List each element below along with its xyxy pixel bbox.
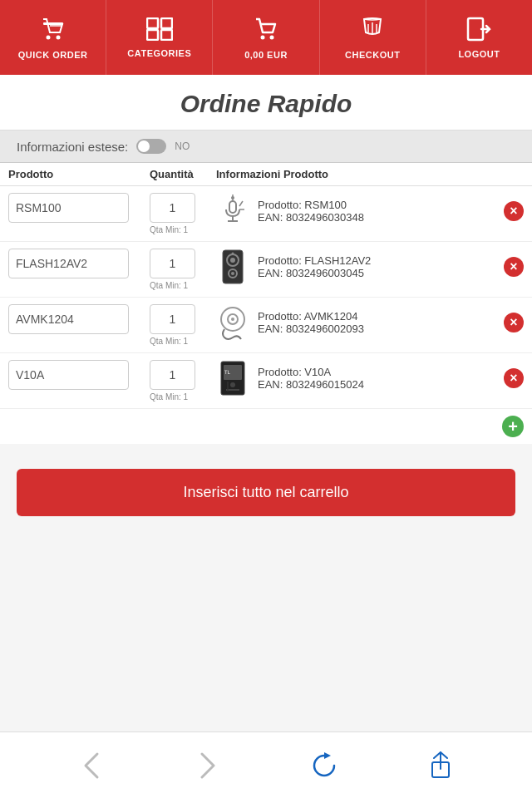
extended-info-label: Informazioni estese:: [17, 140, 128, 154]
extended-info-row: Informazioni estese: NO: [0, 131, 532, 163]
svg-rect-7: [161, 30, 172, 40]
svg-point-32: [230, 382, 235, 387]
product-qty-input-2[interactable]: [150, 304, 195, 334]
logout-icon: [466, 17, 491, 46]
svg-point-2: [56, 35, 60, 39]
product-details-0: Prodotto: RSM100 EAN: 8032496030348: [258, 199, 495, 224]
svg-point-23: [230, 258, 235, 263]
svg-rect-4: [147, 18, 158, 28]
product-ean-2: EAN: 8032496002093: [258, 323, 495, 335]
categories-icon: [146, 17, 173, 45]
svg-rect-16: [229, 201, 236, 213]
product-details-2: Prodotto: AVMK1204 EAN: 8032496002093: [258, 310, 495, 335]
product-code-cell-0: [8, 193, 150, 223]
svg-point-29: [231, 318, 234, 321]
refresh-button[interactable]: [306, 747, 342, 784]
product-code-input-1[interactable]: [8, 249, 129, 278]
product-code-cell-1: [8, 249, 150, 278]
back-button[interactable]: [73, 747, 110, 784]
product-ean-0: EAN: 8032496030348: [258, 211, 495, 224]
qty-min-label-2: Qta Min: 1: [150, 337, 216, 346]
svg-text:TL: TL: [224, 369, 231, 375]
svg-point-15: [231, 196, 234, 200]
nav-cart[interactable]: 0,00 EUR: [213, 0, 319, 75]
svg-point-25: [231, 272, 234, 275]
product-ean-3: EAN: 8032496015024: [258, 378, 495, 391]
qty-min-label-0: Qta Min: 1: [150, 225, 216, 234]
extended-info-toggle[interactable]: [136, 139, 166, 154]
nav-checkout[interactable]: CHECKOUT: [320, 0, 426, 75]
qty-min-label-3: Qta Min: 1: [150, 392, 216, 401]
product-info-cell-1: Prodotto: FLASH12AV2 EAN: 8032496003045 …: [216, 249, 524, 285]
submit-section: Inserisci tutto nel carrello: [0, 444, 532, 533]
product-info-cell-0: Prodotto: RSM100 EAN: 8032496030348 ×: [216, 193, 524, 229]
table-row: Qta Min: 1 TL Prodotto: V10A EAN: 803249…: [0, 353, 532, 408]
product-qty-cell-0: Qta Min: 1: [150, 193, 216, 234]
svg-point-1: [46, 35, 50, 39]
qty-min-label-1: Qta Min: 1: [150, 281, 216, 290]
nav-cart-label: 0,00 EUR: [244, 50, 288, 60]
share-button[interactable]: [422, 747, 459, 784]
product-name-3: Prodotto: V10A: [258, 366, 495, 378]
product-info-cell-2: Prodotto: AVMK1204 EAN: 8032496002093 ×: [216, 304, 524, 341]
product-qty-input-0[interactable]: [150, 193, 195, 223]
remove-product-button-3[interactable]: ×: [504, 368, 524, 388]
product-name-0: Prodotto: RSM100: [258, 199, 495, 211]
spacer: [0, 533, 532, 732]
page-title-section: Ordine Rapido: [0, 75, 532, 131]
product-details-1: Prodotto: FLASH12AV2 EAN: 8032496003045: [258, 254, 495, 279]
remove-product-button-0[interactable]: ×: [504, 201, 524, 221]
remove-product-button-1[interactable]: ×: [504, 257, 524, 277]
toggle-value: NO: [175, 140, 190, 152]
table-row: Qta Min: 1 Prodotto: FLASH12AV2 EAN: 803…: [0, 242, 532, 298]
bottom-navigation: [0, 732, 532, 798]
submit-button[interactable]: Inserisci tutto nel carrello: [17, 469, 515, 516]
table-header: Prodotto Quantità Informazioni Prodotto: [0, 163, 532, 186]
svg-rect-5: [161, 18, 172, 28]
table-row: Qta Min: 1 Prodotto: RSM100 EAN: 8032496…: [0, 186, 532, 242]
product-code-cell-2: [8, 304, 150, 334]
col-header-info: Informazioni Prodotto: [216, 168, 524, 180]
checkout-icon: [359, 16, 386, 47]
add-row: +: [0, 408, 532, 444]
col-header-qty: Quantità: [150, 168, 216, 180]
product-code-input-3[interactable]: [8, 360, 129, 390]
product-thumbnail-2: [216, 304, 249, 341]
product-name-2: Prodotto: AVMK1204: [258, 310, 495, 323]
nav-categories-label: CATEGORIES: [127, 48, 191, 58]
product-rows: Qta Min: 1 Prodotto: RSM100 EAN: 8032496…: [0, 186, 532, 408]
nav-logout[interactable]: LOGOUT: [426, 0, 532, 75]
product-thumbnail-0: [216, 193, 249, 229]
table-row: Qta Min: 1 Prodotto: AVMK1204 EAN: 80324…: [0, 298, 532, 353]
product-qty-input-3[interactable]: [150, 360, 195, 390]
top-navigation: QUICK ORDER CATEGORIES 0,00 EUR: [0, 0, 532, 75]
product-thumbnail-1: [216, 249, 249, 285]
svg-point-8: [261, 35, 265, 39]
remove-product-button-2[interactable]: ×: [504, 313, 524, 332]
svg-line-19: [239, 201, 243, 206]
product-qty-cell-3: Qta Min: 1: [150, 360, 216, 401]
product-code-input-2[interactable]: [8, 304, 129, 334]
nav-quick-order-label: QUICK ORDER: [18, 50, 88, 60]
product-info-cell-3: TL Prodotto: V10A EAN: 8032496015024 ×: [216, 360, 524, 397]
nav-quick-order[interactable]: QUICK ORDER: [0, 0, 106, 75]
product-details-3: Prodotto: V10A EAN: 8032496015024: [258, 366, 495, 391]
product-thumbnail-3: TL: [216, 360, 249, 397]
nav-logout-label: LOGOUT: [458, 49, 500, 59]
nav-checkout-label: CHECKOUT: [345, 50, 400, 60]
product-name-1: Prodotto: FLASH12AV2: [258, 254, 495, 267]
col-header-product: Prodotto: [8, 168, 150, 180]
nav-categories[interactable]: CATEGORIES: [106, 0, 213, 75]
product-code-input-0[interactable]: [8, 193, 129, 223]
product-qty-cell-2: Qta Min: 1: [150, 304, 216, 346]
add-product-button[interactable]: +: [502, 416, 524, 437]
svg-point-9: [270, 35, 274, 39]
page-title: Ordine Rapido: [0, 90, 532, 118]
product-qty-input-1[interactable]: [150, 249, 195, 278]
cart-icon: [253, 16, 279, 47]
svg-point-26: [232, 253, 234, 255]
product-ean-1: EAN: 8032496003045: [258, 267, 495, 279]
svg-rect-6: [147, 30, 158, 40]
product-qty-cell-1: Qta Min: 1: [150, 249, 216, 290]
forward-button[interactable]: [190, 747, 226, 784]
